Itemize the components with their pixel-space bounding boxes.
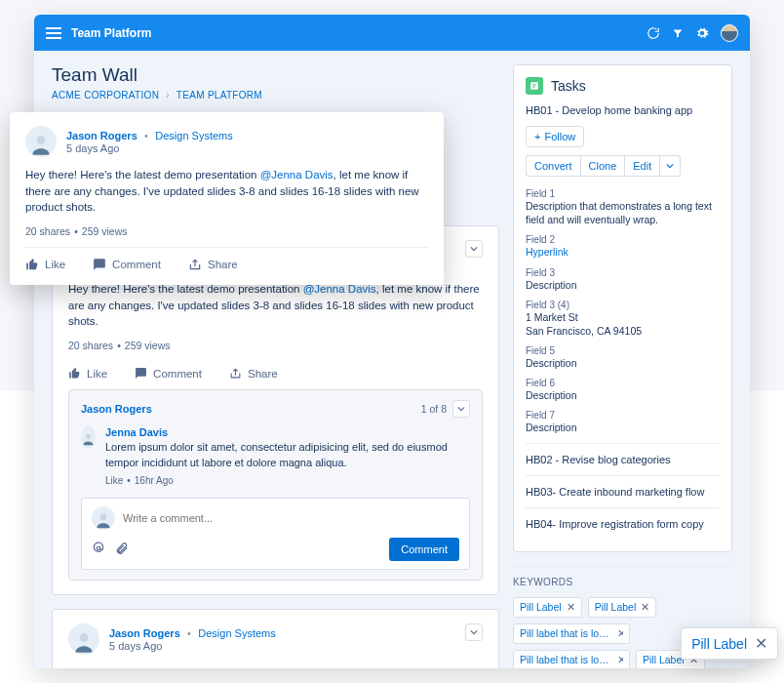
field-label: Field 6 — [526, 378, 720, 388]
close-icon[interactable]: ✕ — [567, 601, 575, 614]
breadcrumb: ACME CORPORATION › TEAM PLATFORM — [52, 90, 499, 100]
svg-point-4 — [80, 634, 89, 643]
comment-author[interactable]: Jenna Davis — [105, 425, 470, 440]
share-button[interactable]: Share — [188, 258, 238, 271]
field-label: Field 3 (4) — [526, 300, 720, 310]
topbar: Team Platform — [34, 15, 750, 51]
task-title: HB01 - Develop home banking app — [526, 104, 720, 116]
pill-label: Pill label that is longer than th — [520, 627, 612, 639]
follow-button[interactable]: + Follow — [526, 126, 584, 147]
comment-compose: Comment — [81, 498, 470, 570]
pill-label: Pill label that is longer than th — [520, 654, 612, 665]
post-menu-button[interactable] — [465, 240, 483, 258]
avatar — [92, 506, 115, 530]
close-icon[interactable]: ✕ — [617, 654, 623, 666]
field-value[interactable]: Hyperlink — [526, 245, 720, 259]
comment-like-button[interactable]: Like — [105, 475, 123, 486]
task-field: Field 7Description — [526, 410, 720, 434]
task-field: Field 1Description that demonstrates a l… — [526, 188, 720, 226]
mention[interactable]: @Jenna Davis — [260, 169, 333, 181]
svg-point-2 — [100, 514, 107, 521]
post-stats: 20 shares•259 views — [25, 225, 428, 237]
pill[interactable]: Pill Label✕ — [588, 597, 657, 618]
like-button[interactable]: Like — [68, 367, 107, 380]
mention[interactable]: @Jenna Davis — [303, 666, 376, 668]
field-value: Description that demonstrates a long tex… — [526, 199, 720, 226]
refresh-icon[interactable] — [647, 26, 660, 40]
post-team[interactable]: Design Systems — [198, 627, 275, 639]
comment-input[interactable] — [123, 512, 459, 524]
pill-highlighted[interactable]: Pill Label ✕ — [681, 627, 778, 660]
gear-icon[interactable] — [695, 26, 709, 40]
close-icon[interactable]: ✕ — [641, 601, 649, 614]
pill[interactable]: Pill label that is longer than th✕ — [513, 650, 630, 668]
avatar[interactable] — [721, 24, 738, 42]
field-value: 1 Market StSan Francisco, CA 94105 — [526, 310, 720, 338]
post-team[interactable]: Design Systems — [155, 130, 232, 141]
page-title: Team Wall — [52, 64, 499, 86]
keywords-label: KEYWORDS — [513, 566, 732, 587]
avatar — [68, 623, 99, 655]
filter-icon[interactable] — [672, 27, 684, 39]
field-label: Field 1 — [526, 188, 720, 199]
clone-button[interactable]: Clone — [580, 155, 625, 177]
mention-icon[interactable] — [92, 542, 105, 558]
post-author[interactable]: Jason Rogers — [109, 627, 180, 639]
feed-post-highlighted: Jason Rogers • Design Systems 5 days Ago… — [10, 112, 444, 285]
share-button[interactable]: Share — [229, 367, 278, 380]
comment-text: Lorem ipsum dolor sit amet, consectetur … — [105, 440, 470, 470]
task-item[interactable]: HB02 - Revise blog categories — [526, 443, 720, 475]
post-menu-button[interactable] — [465, 623, 483, 641]
edit-button[interactable]: Edit — [624, 155, 659, 177]
close-icon[interactable]: ✕ — [755, 634, 767, 653]
task-item[interactable]: HB03- Create inbound marketing flow — [526, 475, 720, 507]
menu-icon[interactable] — [46, 27, 61, 39]
comments-menu-button[interactable] — [452, 400, 470, 418]
convert-button[interactable]: Convert — [526, 155, 580, 177]
comments-pagination: 1 of 8 — [421, 403, 447, 415]
field-label: Field 2 — [526, 234, 720, 245]
post-body: Hey there! Here's the latest demo presen… — [25, 167, 428, 216]
more-actions-button[interactable] — [659, 155, 681, 177]
tasks-icon — [526, 77, 543, 95]
comments-section: Jason Rogers 1 of 8 Jenna Davis Lorem ip… — [68, 389, 483, 581]
breadcrumb-item[interactable]: ACME CORPORATION — [52, 90, 159, 100]
comments-author[interactable]: Jason Rogers — [81, 403, 152, 415]
task-field: Field 3 (4)1 Market StSan Francisco, CA … — [526, 300, 720, 338]
post-body: Hey there! Here's the latest demo presen… — [68, 281, 483, 330]
comment-submit-button[interactable]: Comment — [389, 538, 459, 561]
post-time: 5 days Ago — [66, 142, 233, 154]
pill-label: Pill Label — [520, 601, 562, 613]
tasks-title: Tasks — [551, 78, 586, 94]
attachment-icon[interactable] — [115, 542, 129, 558]
pill-label: Pill Label — [643, 654, 685, 665]
post-stats: 20 shares•259 views — [68, 340, 483, 351]
post-body: Hey there! Here's the latest demo presen… — [68, 664, 483, 668]
task-item[interactable]: HB04- Improve registration form copy — [526, 507, 720, 540]
field-label: Field 5 — [526, 345, 720, 356]
close-icon[interactable]: ✕ — [617, 627, 623, 640]
field-label: Field 3 — [526, 267, 720, 278]
comment-button[interactable]: Comment — [93, 258, 161, 271]
pill[interactable]: Pill Label✕ — [513, 597, 582, 618]
breadcrumb-item[interactable]: TEAM PLATFORM — [176, 90, 262, 100]
feed-post: Jason Rogers • Design Systems 5 days Ago… — [52, 609, 499, 668]
svg-point-1 — [86, 434, 91, 439]
task-field: Field 6Description — [526, 378, 720, 402]
post-author[interactable]: Jason Rogers — [66, 130, 137, 141]
tasks-panel: Tasks HB01 - Develop home banking app + … — [513, 64, 732, 552]
task-field: Field 2Hyperlink — [526, 234, 720, 259]
comment-button[interactable]: Comment — [135, 367, 202, 380]
task-field: Field 3Description — [526, 267, 720, 292]
field-value: Description — [526, 278, 720, 292]
svg-point-6 — [37, 136, 46, 144]
field-label: Field 7 — [526, 410, 720, 421]
brand: Team Platform — [71, 26, 647, 40]
field-value: Description — [526, 388, 720, 402]
plus-icon: + — [534, 131, 540, 142]
avatar — [25, 126, 57, 157]
pill[interactable]: Pill label that is longer than th✕ — [513, 623, 630, 644]
like-button[interactable]: Like — [25, 258, 65, 271]
avatar — [81, 425, 96, 449]
task-field: Field 5Description — [526, 345, 720, 370]
